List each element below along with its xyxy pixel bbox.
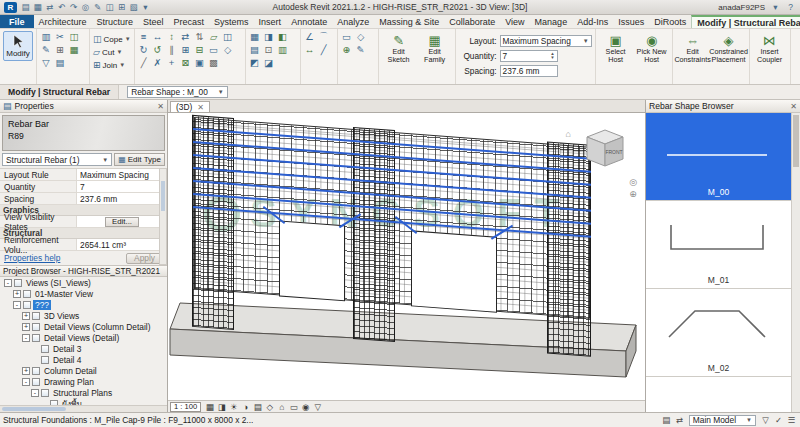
crop-view-icon[interactable]: ◇ — [264, 402, 275, 412]
properties-help-link[interactable]: Properties help — [4, 253, 60, 263]
tab-annotate[interactable]: Annotate — [286, 15, 332, 28]
glue-icon[interactable]: ▦ — [68, 44, 80, 56]
rebar-shape-card[interactable] — [646, 377, 791, 412]
reveal-hidden-icon[interactable]: ▭ — [288, 402, 299, 412]
visual-style-icon[interactable]: ▦ — [204, 402, 215, 412]
insert-coupler-button[interactable]: ⋈Insert Coupler — [753, 31, 787, 65]
save-icon[interactable]: ▦ — [32, 2, 43, 12]
pick-new-host-button[interactable]: ◉Pick New Host — [635, 31, 669, 65]
signed-in-user[interactable]: anadaF92PS — [718, 3, 765, 12]
cope-menu-item[interactable]: ◫Cope▼ — [93, 34, 131, 44]
tree-item[interactable]: +01-Master View — [0, 288, 167, 299]
modify-button[interactable]: Modify — [3, 31, 33, 61]
redo-icon[interactable]: ↷ — [68, 2, 79, 12]
tab-diroots[interactable]: DiRoots — [649, 15, 691, 28]
join-menu-item[interactable]: ⊞Join▼ — [93, 60, 131, 70]
steering-wheel-icon[interactable]: ◎ — [629, 177, 637, 187]
extend-icon[interactable]: ⊟ — [194, 44, 206, 56]
rotate-ccw-icon[interactable]: ↺ — [152, 44, 164, 56]
help-icon[interactable]: ? — [785, 2, 796, 12]
copy-clipboard-icon[interactable]: ◫ — [68, 31, 80, 43]
shadows-icon[interactable]: ◨ — [216, 402, 227, 412]
detail-level-icon[interactable]: ▤ — [252, 402, 263, 412]
surface-pattern-icon[interactable]: ▩ — [208, 57, 220, 69]
edit-family-button[interactable]: ▦Edit Family — [418, 31, 452, 65]
type-preview[interactable]: Rebar Bar R89 — [2, 115, 165, 151]
undo-icon[interactable]: ↶ — [56, 2, 67, 12]
copy-icon[interactable]: ◫ — [222, 31, 234, 43]
type-selector[interactable]: Structural Rebar (1) ▼ — [2, 153, 112, 166]
design-option-select[interactable]: Main Model ▼ — [689, 415, 756, 426]
tab-systems[interactable]: Systems — [209, 15, 254, 28]
drawing-canvas[interactable]: SYNCSOFT ⌂ — [168, 113, 645, 400]
scale-icon[interactable]: ▱ — [208, 31, 220, 43]
revit-logo-icon[interactable]: R — [4, 2, 17, 13]
demolish-icon[interactable]: ⊠ — [180, 57, 192, 69]
tree-expander[interactable]: + — [22, 312, 30, 320]
measure-icon[interactable]: ◎ — [80, 2, 91, 12]
spacing-input[interactable]: 237.6 mm — [500, 65, 558, 77]
align-icon[interactable]: ≡ — [138, 31, 150, 43]
close-view-icon[interactable]: ✕ — [197, 103, 204, 112]
property-value[interactable]: Edit... — [76, 216, 167, 227]
selection-filter-icon[interactable]: ▽ — [760, 415, 771, 425]
linework-icon[interactable]: ▥ — [277, 44, 289, 56]
tree-item[interactable]: +Column Detail — [0, 365, 167, 376]
close-icon[interactable]: ✕ — [157, 102, 164, 111]
properties-icon[interactable]: ▤ — [54, 57, 66, 69]
cut-clipboard-icon[interactable]: ✂ — [54, 31, 66, 43]
hide-icon[interactable]: ◧ — [277, 31, 289, 43]
default-3d-view-icon[interactable]: ◫ — [104, 2, 115, 12]
delete-icon[interactable]: ✗ — [152, 57, 164, 69]
tab-add-ins[interactable]: Add-Ins — [572, 15, 613, 28]
properties-scrollbar[interactable] — [159, 168, 167, 265]
tree-expander[interactable]: + — [13, 290, 21, 298]
property-value[interactable]: 237.6 mm — [76, 193, 167, 204]
select-host-button[interactable]: ▣Select Host — [599, 31, 633, 65]
cut-menu-item[interactable]: ▱Cut▼ — [93, 47, 131, 57]
rebar-shape-scrollbar[interactable] — [791, 113, 800, 412]
filter-icon[interactable]: ▽ — [40, 57, 52, 69]
property-value[interactable]: 7 — [76, 181, 167, 192]
match-properties-icon[interactable]: ✎ — [40, 44, 52, 56]
trim-icon[interactable]: ⊞ — [180, 44, 192, 56]
edit-constraints-button[interactable]: ⇔Edit Constraints — [676, 31, 710, 65]
sun-path-icon[interactable]: ☀ — [228, 402, 239, 412]
show-crop-icon[interactable]: ⌂ — [276, 402, 287, 412]
design-options-icon[interactable]: ⇄ — [674, 415, 685, 425]
rebar-shape-card[interactable]: M_00 — [646, 113, 791, 201]
temporary-hide-icon[interactable]: ◑ — [240, 402, 251, 412]
tab-modify-structural-rebar[interactable]: Modify | Structural Rebar — [691, 15, 800, 28]
tree-item[interactable]: -Views (SI_Views) — [0, 277, 167, 288]
create-parts-icon[interactable]: ✎ — [355, 44, 367, 56]
zoom-icon[interactable]: ⊕ — [629, 189, 637, 199]
visibility-icon[interactable]: ◨ — [263, 31, 275, 43]
layout-select[interactable]: Maximum Spacing▼ — [500, 35, 592, 47]
constrained-placement-button[interactable]: ◈Constrained Placement — [712, 31, 746, 65]
edit-button[interactable]: Edit... — [105, 217, 139, 227]
tree-item[interactable]: -??? — [0, 299, 167, 310]
analytical-model-icon[interactable]: ◉ — [300, 402, 311, 412]
paint-icon[interactable]: ▣ — [194, 57, 206, 69]
tree-item[interactable]: +3D Views — [0, 310, 167, 321]
close-icon[interactable]: ✕ — [790, 102, 797, 111]
tab-structure[interactable]: Structure — [92, 15, 139, 28]
tree-item[interactable]: -Drawing Plan — [0, 376, 167, 387]
tree-expander[interactable]: - — [22, 378, 30, 386]
create-assembly-icon[interactable]: ⊕ — [341, 44, 353, 56]
pin-icon[interactable]: ▭ — [208, 44, 220, 56]
property-value[interactable]: 2654.11 cm³ — [76, 239, 167, 250]
tab-view[interactable]: View — [500, 15, 529, 28]
tree-item[interactable]: Detail 4 — [0, 354, 167, 365]
view-templates-icon[interactable]: ▦ — [249, 31, 261, 43]
tab-architecture[interactable]: Architecture — [34, 15, 92, 28]
join-geometry-icon[interactable]: ⊞ — [54, 44, 66, 56]
unpin-icon[interactable]: ◇ — [222, 44, 234, 56]
view-cube[interactable]: FRONT — [575, 125, 629, 173]
viewcube-home-icon[interactable]: ⌂ — [566, 129, 571, 139]
notification-icon[interactable]: ▾ — [770, 2, 781, 12]
tag-icon[interactable]: ✎ — [92, 2, 103, 12]
mirror-icon[interactable]: ⇄ — [180, 31, 192, 43]
tree-expander[interactable]: - — [13, 301, 21, 309]
cut-profile-icon[interactable]: ⊡ — [263, 44, 275, 56]
